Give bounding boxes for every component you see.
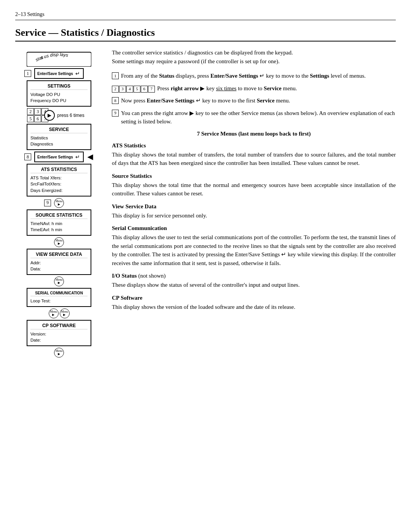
view-section-body: This display is for service personnel on… [112, 211, 396, 220]
settings-header: SETTINGS [30, 83, 88, 90]
view-service-header: VIEW SERVICE DATA [30, 252, 88, 258]
source-stats-line1: TimeNAvl: h min [30, 220, 88, 227]
return-arrow-icon: ↵ [75, 70, 80, 77]
io-note: (not shown) [138, 273, 166, 279]
ats-stats-line1: ATS Total Xfers: [30, 175, 88, 181]
source-stats-header: SOURCE STATISTICS [30, 212, 88, 219]
step3-num: 3 [34, 108, 41, 115]
menu-icon-4a: Menu▶ [50, 310, 57, 316]
source-stats-line2: TimeEAvl: h min [30, 227, 88, 233]
service-menus-heading: 7 Service Menus (last menu loops back to… [112, 131, 396, 137]
enter-save-box-2: Enter/Save Settings ↵ [34, 152, 84, 162]
service-header: SERVICE [30, 127, 88, 133]
cp-software-line1: Version: [30, 331, 88, 337]
intro-paragraph: The controller service statistics / diag… [112, 48, 396, 66]
io-section-heading: I/O Status (not shown) [112, 273, 396, 279]
return-arrow-icon-2: ↵ [75, 154, 80, 160]
service-line1: Statistics [30, 135, 88, 141]
enter-save-box-1: Enter/Save Settings ↵ [34, 68, 84, 79]
view-service-lcd: VIEW SERVICE DATA Addr: Data: [27, 249, 91, 275]
cp-software-line2: Date: [30, 337, 88, 343]
service-line2: Diagnostics [30, 141, 88, 147]
menu-icon: Menu▶ [56, 200, 63, 206]
cp-section-heading: CP Software [112, 295, 396, 301]
io-section-body: These displays show the status of severa… [112, 281, 396, 289]
settings-line2: Frequency DO PU [30, 97, 88, 104]
step1-box: 1 [112, 72, 119, 79]
menu-arrow-btn-1[interactable]: Menu▶ [54, 198, 64, 208]
ats-stats-lcd: ATS STATISTICS ATS Total Xfers: SrcFailT… [27, 164, 91, 196]
ats-stats-line3: Days Energized: [30, 187, 88, 193]
serial-comm-lcd: SERIAL COMMUNICATION Loop Test: [27, 288, 91, 307]
right-arrow-button[interactable]: ▶ [44, 110, 55, 121]
step9-text: You can press the right arrow ▶ key to s… [121, 109, 396, 126]
step6-num: 6 [34, 115, 41, 122]
step8-num: 8 [24, 153, 31, 160]
menu-arrow-btn-5[interactable]: Menu▶ [54, 348, 64, 358]
step9-line: 9 You can press the right arrow ▶ key to… [112, 109, 396, 126]
left-column-diagrams: s stat us disp lays 1 Enter/Save Setting… [15, 48, 103, 359]
page: 2–13 Settings Service — Statistics / Dia… [0, 0, 411, 374]
menu-icon-4b: Menu▶ [61, 310, 68, 316]
view-section-heading: View Service Data [112, 203, 396, 210]
serial-comm-header: SERIAL COMMUNICATION [30, 291, 88, 296]
double-arrow-row: Menu▶ Menu▶ [49, 308, 70, 318]
step9-num: 9 [44, 200, 51, 206]
source-stats-lcd: SOURCE STATISTICS TimeNAvl: h min TimeEA… [27, 209, 91, 236]
ats-section-heading: ATS Statistics [112, 142, 396, 149]
step8-text: Now press Enter/Save Settings ↵ key to m… [121, 96, 290, 105]
menu-icon-5: Menu▶ [56, 350, 63, 356]
menu-icon-2: Menu▶ [56, 239, 63, 245]
settings-lcd: SETTINGS Voltage DO PU Frequency DO PU [27, 80, 91, 107]
cp-section-body: This display shows the version of the lo… [112, 303, 396, 312]
ats-stats-header: ATS STATISTICS [30, 167, 88, 173]
curved-label-svg: s stat us disp lays [27, 48, 91, 67]
step-nums-2-8: 2 3 4 5 6 7 [112, 85, 155, 93]
menu-arrow-btn-2[interactable]: Menu▶ [54, 237, 64, 247]
step1-num: 1 [24, 70, 31, 77]
enter-save-text-2: Enter/Save Settings [37, 155, 73, 159]
ats-section-body: This display shows the total number of t… [112, 150, 396, 168]
pointer-arrow: ◀ [88, 153, 93, 161]
ats-stats-line2: SrcFailTotXfers: [30, 181, 88, 187]
page-title: Service — Statistics / Diagnostics [15, 27, 396, 42]
view-service-line1: Addr: [30, 260, 88, 266]
menu-arrow-btn-4a[interactable]: Menu▶ [49, 308, 59, 318]
step1-text: From any of the Status displays, press E… [121, 72, 366, 80]
serial-section-body: This display allows the user to test the… [112, 233, 396, 267]
step5-num: 5 [27, 115, 34, 122]
source-section-body: This display shows the total time that t… [112, 181, 396, 198]
settings-line1: Voltage DO PU [30, 91, 88, 97]
right-column: The controller service statistics / diag… [112, 48, 396, 315]
content-layout: s stat us disp lays 1 Enter/Save Setting… [15, 48, 396, 359]
serial-comm-line1: Loop Test: [30, 298, 88, 304]
step9-box: 9 [112, 110, 119, 117]
enter-save-text: Enter/Save Settings [37, 72, 73, 76]
svg-text:stat us  disp lays: stat us disp lays [35, 52, 68, 62]
step8-line: 8 Now press Enter/Save Settings ↵ key to… [112, 96, 396, 105]
menu-icon-3: Menu▶ [56, 278, 63, 284]
service-lcd: SERVICE Statistics Diagnostics [27, 124, 91, 150]
source-section-heading: Source Statistics [112, 173, 396, 179]
step2-8-text: Press right arrow ▶ key six times to mov… [157, 84, 297, 93]
step2-8-line: 2 3 4 5 6 7 Press right arrow ▶ key six … [112, 84, 396, 93]
menu-arrow-btn-3[interactable]: Menu▶ [54, 276, 64, 286]
serial-section-heading: Serial Communication [112, 225, 396, 232]
cp-software-header: CP SOFTWARE [30, 323, 88, 329]
menu-arrow-btn-4b[interactable]: Menu▶ [60, 308, 70, 318]
step2-num: 2 [27, 108, 34, 115]
step8-box: 8 [112, 97, 119, 104]
step1-line: 1 From any of the Status displays, press… [112, 72, 396, 80]
breadcrumb: 2–13 Settings [15, 11, 396, 20]
cp-software-lcd: CP SOFTWARE Version: Date: [27, 320, 91, 346]
view-service-line2: Data: [30, 266, 88, 272]
press-label: press 6 times [57, 113, 84, 118]
